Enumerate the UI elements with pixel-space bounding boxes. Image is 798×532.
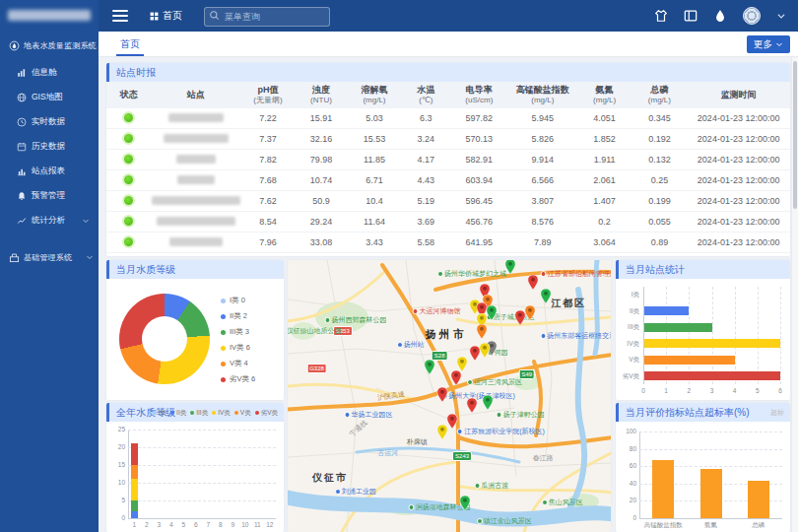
status-dot — [124, 113, 133, 122]
map-station-pin[interactable] — [483, 395, 494, 410]
cell-value: 7.22 — [240, 108, 296, 129]
map-poi-label: 扬州西郊森林公园 — [324, 315, 386, 325]
scrollbar-thumb[interactable] — [793, 61, 797, 209]
cell-value: 3.807 — [508, 191, 577, 212]
sidebar-item-0[interactable]: 信息舱 — [0, 60, 99, 85]
sidebar-item-5[interactable]: 预警管理 — [0, 183, 99, 208]
cell-value: 5.945 — [508, 108, 577, 129]
exceed-bar — [652, 460, 674, 518]
station-name-redacted — [157, 217, 235, 226]
map-station-pin[interactable] — [450, 370, 461, 385]
yearly-stacked-bar-chart: 0510152025123456789101112 — [106, 422, 284, 532]
more-button-label: 更多 — [754, 38, 772, 51]
station-stats-bar-chart: 0123456I类II类III类IV类V类劣V类 — [616, 279, 790, 400]
map-station-pin[interactable] — [437, 425, 448, 439]
legend-item: II类 2 — [221, 308, 255, 324]
station-stats-title: 当月站点统计 — [626, 264, 685, 275]
map-poi-label: 扬子津野公园 — [497, 410, 545, 420]
exceed-rate-panel: 当月评价指标站点超标率(%) 超标 020406080100高锰酸盐指数氨氮总磷 — [616, 403, 790, 532]
sidebar-item-2[interactable]: 实时数据 — [0, 109, 99, 134]
map-station-pin[interactable] — [476, 324, 487, 339]
stacked-bar-segment — [131, 443, 138, 465]
map-poi-label: 刘浦工业园 — [335, 487, 376, 497]
station-report-table: 状态站点pH值(无量纲)浊度(NTU)溶解氧(mg/L)水温(℃)电导率(uS/… — [106, 82, 790, 253]
cell-value: 5.03 — [347, 108, 402, 129]
map-station-pin[interactable] — [505, 260, 516, 274]
breadcrumb-home[interactable]: 首页 — [150, 9, 182, 23]
col-header: 水温(℃) — [402, 82, 450, 108]
map-station-pin[interactable] — [447, 414, 458, 429]
map-station-pin[interactable] — [525, 305, 536, 320]
layout-icon[interactable] — [684, 9, 698, 23]
cell-value: 4.43 — [402, 170, 450, 191]
col-header: 高锰酸盐指数(mg/L) — [508, 82, 577, 108]
map-station-pin[interactable] — [515, 310, 526, 325]
hamburger-menu-icon[interactable] — [112, 10, 128, 22]
col-header: pH值(无量纲) — [240, 82, 296, 108]
map-panel[interactable]: 扬州市仪征市江都区扬州西郊森林公园仪征捺山地质公园扬州华侨城梦幻之城唐子城风景区… — [288, 260, 611, 532]
legend-item: 劣V类 — [255, 403, 278, 422]
status-dot — [124, 237, 133, 246]
sidebar-section-1[interactable]: 基础管理系统 — [0, 242, 99, 272]
legend-item: V类 4 — [221, 356, 255, 371]
table-row: 7.9633.083.435.58641.957.893.0640.892024… — [106, 233, 790, 253]
cell-value: 7.89 — [508, 233, 577, 253]
cell-value: 456.76 — [450, 212, 508, 233]
cell-value: 8.576 — [508, 212, 577, 233]
map-poi-label: 古运河 — [377, 448, 398, 458]
water-drop-icon[interactable] — [713, 9, 727, 23]
table-row: 8.5429.2411.643.69456.768.5760.20.055202… — [106, 212, 790, 233]
legend-item: II类 — [170, 403, 186, 422]
theme-skin-icon[interactable] — [654, 9, 668, 23]
cell-value: 5.58 — [402, 233, 450, 253]
cell-value: 6.71 — [347, 170, 402, 191]
tab-home[interactable]: 首页 — [114, 32, 146, 56]
cell-value: 7.62 — [240, 191, 296, 212]
cell-value: 2.061 — [577, 170, 632, 191]
chevron-down-icon[interactable] — [776, 11, 786, 21]
cell-value: 597.82 — [450, 108, 508, 129]
stacked-bar-segment — [131, 511, 138, 518]
sidebar-item-1[interactable]: GIS地图 — [0, 85, 99, 109]
cell-value: 570.13 — [450, 129, 508, 150]
grid-icon — [150, 12, 159, 21]
sidebar-section-0[interactable]: 地表水质量监测系统 — [0, 31, 99, 60]
sidebar: 地表水质量监测系统信息舱GIS地图实时数据历史数据站点报表预警管理统计分析基础管… — [0, 0, 99, 532]
map-station-pin[interactable] — [460, 496, 471, 510]
cell-value: 603.94 — [450, 170, 508, 191]
map-station-pin[interactable] — [437, 387, 448, 402]
map-station-pin[interactable] — [457, 357, 468, 371]
status-dot — [124, 196, 133, 205]
col-header: 总磷(mg/L) — [632, 82, 688, 108]
tab-strip: 首页 更多 — [99, 32, 798, 57]
cell-time: 2024-01-23 12:00:00 — [687, 212, 790, 233]
sidebar-item-3[interactable]: 历史数据 — [0, 134, 99, 159]
stats-icon — [17, 216, 27, 226]
map-poi-label: 扬州华侨城梦幻之城 — [437, 269, 506, 279]
sidebar-item-6[interactable]: 统计分析 — [0, 208, 99, 233]
map-station-pin[interactable] — [486, 305, 497, 320]
station-stats-panel: 当月站点统计 0123456I类II类III类IV类V类劣V类 — [616, 260, 790, 400]
map-station-pin[interactable] — [425, 360, 435, 374]
main-content: 站点时报 状态站点pH值(无量纲)浊度(NTU)溶解氧(mg/L)水温(℃)电导… — [99, 57, 798, 532]
menu-search — [204, 6, 330, 26]
info-board-icon — [17, 68, 27, 78]
cell-value: 10.74 — [296, 170, 347, 191]
sidebar-item-4[interactable]: 站点报表 — [0, 159, 99, 183]
more-button[interactable]: 更多 — [747, 35, 790, 53]
cell-value: 50.9 — [296, 191, 347, 212]
cell-time: 2024-01-23 12:00:00 — [687, 108, 790, 129]
map-station-pin[interactable] — [528, 275, 539, 290]
search-input[interactable] — [204, 7, 330, 27]
yearly-quality-panel: 全年水质等级 I类II类III类IV类V类劣V类 051015202512345… — [106, 403, 284, 532]
chev-down — [86, 253, 94, 261]
map-station-pin[interactable] — [480, 343, 491, 358]
map-station-pin[interactable] — [466, 398, 477, 413]
map-station-pin[interactable] — [541, 289, 552, 303]
donut-chart — [119, 294, 210, 384]
legend-item: III类 3 — [221, 324, 255, 340]
report-icon — [17, 166, 27, 176]
user-avatar[interactable] — [743, 7, 761, 25]
stacked-bar-segment — [131, 479, 138, 500]
table-row: 7.2215.915.036.3597.825.9454.0510.345202… — [106, 108, 790, 129]
